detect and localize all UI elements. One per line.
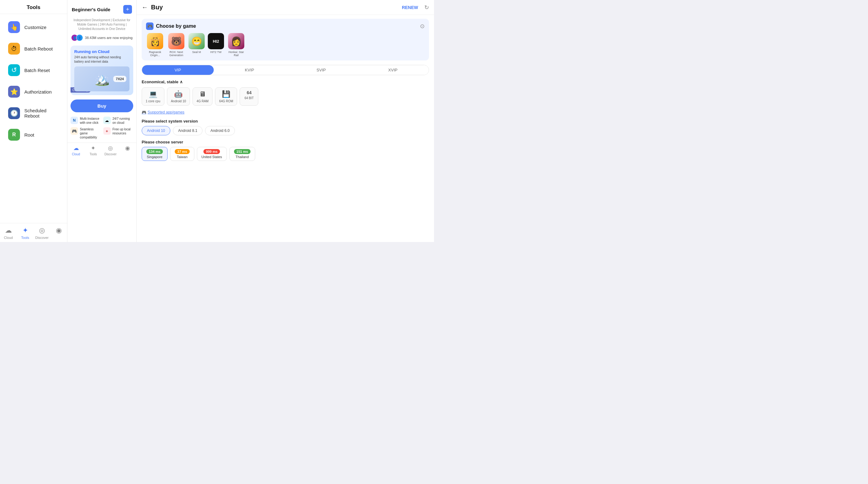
- games-row: 👸 Ragnarok Origin... 🐻 ROX: Next Generat…: [146, 33, 425, 57]
- singapore-name: Singapore: [147, 155, 162, 159]
- guide-discover-label: Discover: [104, 153, 117, 156]
- choose-game-collapse-icon[interactable]: ⊙: [420, 23, 425, 30]
- honkai-name: Honkai: Star Rail: [227, 51, 245, 57]
- feature-running-24: ☁ 24/7 running on cloud: [103, 117, 133, 125]
- banner-running-title: Running on Cloud: [74, 49, 129, 54]
- specs-row: 💻 1 core cpu 🤖 Android 10 🖥 4G RAM 💾 64G…: [142, 87, 429, 106]
- supported-link[interactable]: 🎮 Supported app/games: [142, 110, 429, 115]
- server-section: Please choose server 134 ms Singapore 37…: [142, 140, 429, 161]
- game-logo-icon: 🎮: [146, 23, 154, 30]
- us-ping: 999 ms: [204, 149, 220, 154]
- nav-item-more[interactable]: ◉: [50, 223, 67, 242]
- server-section-title: Please choose server: [142, 140, 429, 144]
- guide-more-icon: ◉: [125, 145, 130, 152]
- tool-item-authorization[interactable]: ⭐ Authorization: [2, 82, 65, 102]
- back-button[interactable]: ←: [142, 4, 148, 11]
- vip-tab[interactable]: VIP: [142, 65, 214, 75]
- refresh-icon[interactable]: ↻: [424, 4, 429, 11]
- spec-bit: 64 64 BIT: [240, 87, 258, 106]
- banner-running-desc: 24H auto farming without needing battery…: [74, 55, 129, 64]
- tool-item-batch-reboot[interactable]: ⏱ Batch Reboot: [2, 38, 65, 59]
- feature-multi-instance: N Multi-Instance with one click: [70, 117, 101, 125]
- nav-item-tools[interactable]: ✦ Tools: [17, 223, 34, 242]
- thailand-name: Thailand: [236, 155, 249, 159]
- bit-label: 64 BIT: [245, 96, 254, 100]
- root-icon: R: [8, 129, 20, 141]
- server-us[interactable]: 999 ms United States: [197, 147, 227, 161]
- guide-plus-button[interactable]: +: [123, 5, 132, 14]
- spec-cpu: 💻 1 core cpu: [142, 87, 164, 106]
- game-card-honkai[interactable]: 👩 Honkai: Star Rail: [227, 33, 245, 57]
- system-options: Android 10 Android 8.1 Android 6.0: [142, 126, 429, 135]
- game-card-ragnarok[interactable]: 👸 Ragnarok Origin...: [146, 33, 164, 57]
- guide-panel: Beginner's Guide + Independent Developme…: [67, 0, 137, 242]
- multi-instance-icon: N: [70, 117, 78, 124]
- hit2-thumb: HI2: [208, 33, 224, 49]
- features-grid: N Multi-Instance with one click ☁ 24/7 r…: [67, 115, 136, 142]
- kvip-tab[interactable]: KVIP: [214, 65, 285, 75]
- honkai-thumb: 👩: [228, 33, 244, 49]
- cpu-label: 1 core cpu: [146, 99, 160, 103]
- tools-nav-label: Tools: [21, 236, 29, 239]
- buy-panel: ← Buy RENEW ↻ 🎮 Choose by game ⊙ 👸 Ragna…: [137, 0, 434, 242]
- vip-tabs: VIP KVIP SVIP XVIP: [142, 65, 429, 75]
- xvip-tab[interactable]: XVIP: [357, 65, 429, 75]
- feature-seamless: 🎮 Seamless game compatibility: [70, 127, 101, 139]
- collapse-arrow-icon: ∧: [180, 79, 183, 84]
- tool-item-root[interactable]: R Root: [2, 124, 65, 145]
- avatar-group: 👤 👤: [71, 34, 83, 41]
- buy-panel-title: Buy: [151, 4, 399, 11]
- guide-tools-icon: ✦: [91, 145, 95, 152]
- buy-header: ← Buy RENEW ↻: [137, 0, 434, 15]
- batch-reboot-label: Batch Reboot: [24, 46, 53, 52]
- singapore-ping: 134 ms: [146, 149, 163, 154]
- svip-tab[interactable]: SVIP: [285, 65, 357, 75]
- game-card-hit2[interactable]: HI2 HIT2 TW: [208, 33, 224, 57]
- avatar-2: 👤: [76, 34, 83, 41]
- tools-list: 👆 Customize ⏱ Batch Reboot ↺ Batch Reset…: [0, 14, 67, 223]
- game-card-rox[interactable]: 🐻 ROX: Next Generation: [167, 33, 185, 57]
- supported-link-icon: 🎮: [142, 110, 146, 115]
- system-android60[interactable]: Android 6.0: [205, 126, 235, 135]
- server-taiwan[interactable]: 37 ms Taiwan: [170, 147, 194, 161]
- tool-item-customize[interactable]: 👆 Customize: [2, 17, 65, 37]
- hit2-name: HIT2 TW: [210, 51, 221, 54]
- nav-item-discover[interactable]: ◎ Discover: [34, 223, 51, 242]
- authorization-label: Authorization: [24, 89, 52, 95]
- choose-game-header: 🎮 Choose by game ⊙: [146, 23, 425, 30]
- discover-nav-icon: ◎: [39, 226, 45, 234]
- game-card-seal[interactable]: 😁 Seal M: [188, 33, 205, 57]
- tool-item-batch-reset[interactable]: ↺ Batch Reset: [2, 60, 65, 80]
- guide-tools-label: Tools: [90, 153, 97, 156]
- android-label: Android 10: [171, 99, 186, 103]
- guide-cloud-icon: ☁: [73, 145, 79, 152]
- guide-nav-cloud[interactable]: ☁ Cloud: [67, 145, 85, 156]
- system-section: Please select system version Android 10 …: [142, 119, 429, 135]
- guide-nav-more[interactable]: ◉: [119, 145, 136, 156]
- system-android81[interactable]: Android 8.1: [173, 126, 203, 135]
- tools-nav-icon: ✦: [23, 226, 28, 234]
- taiwan-name: Taiwan: [177, 155, 187, 159]
- renew-button[interactable]: RENEW: [402, 5, 418, 10]
- spec-ram: 🖥 4G RAM: [192, 87, 213, 106]
- tool-item-scheduled-reboot[interactable]: 🕐 Scheduled Reboot: [2, 103, 65, 124]
- free-up-icon: +: [103, 127, 111, 135]
- guide-title: Beginner's Guide: [72, 7, 111, 12]
- tools-title: Tools: [0, 0, 67, 14]
- android-icon: 🤖: [174, 90, 183, 98]
- discover-nav-label: Discover: [35, 236, 49, 239]
- economical-section-label: Economical, stable ∧: [142, 79, 429, 84]
- scheduled-reboot-label: Scheduled Reboot: [24, 108, 59, 119]
- guide-nav-tools[interactable]: ✦ Tools: [85, 145, 102, 156]
- server-thailand[interactable]: 151 ms Thailand: [229, 147, 255, 161]
- badge-7x24: 7X24: [113, 76, 126, 82]
- bit-icon: 64: [247, 90, 252, 95]
- nav-item-cloud[interactable]: ☁ Cloud: [0, 223, 17, 242]
- seal-thumb: 😁: [188, 33, 205, 49]
- system-android10[interactable]: Android 10: [142, 126, 170, 135]
- feature-running-24-text: 24/7 running on cloud: [113, 117, 133, 125]
- guide-nav-discover[interactable]: ◎ Discover: [102, 145, 119, 156]
- buy-button[interactable]: Buy: [70, 99, 133, 112]
- server-singapore[interactable]: 134 ms Singapore: [142, 147, 167, 161]
- guide-bottom-nav: ☁ Cloud ✦ Tools ◎ Discover ◉: [67, 142, 136, 157]
